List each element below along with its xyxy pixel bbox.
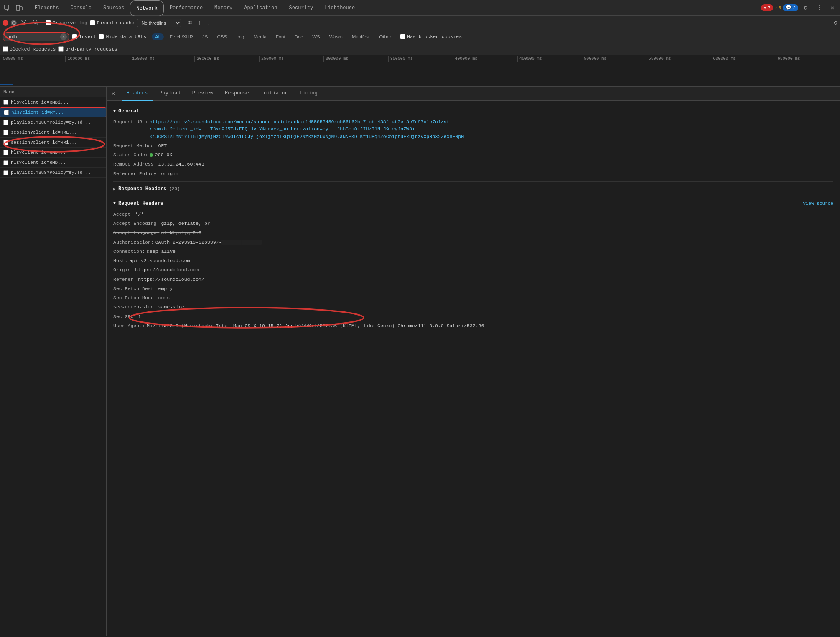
search-input[interactable] [3,32,69,41]
request-url-row: Request URL: https://api-v2.soundcloud.c… [113,118,833,140]
header-sec-fetch-mode-value: cors [158,294,170,301]
filter-btn-fetch-xhr[interactable]: Fetch/XHR [166,33,196,40]
header-accept-encoding-value: gzip, deflate, br [161,220,210,227]
filter-btn-other[interactable]: Other [376,33,395,40]
filter-btn-manifest[interactable]: Manifest [349,33,373,40]
request-checkbox-4[interactable] [3,130,8,135]
status-dot-icon [150,153,153,157]
tab-preview[interactable]: Preview [187,87,218,101]
tab-application[interactable]: Application [238,0,283,16]
list-item[interactable]: hls?client_id=RMDi... [0,97,106,107]
request-name-6: hls?client_id=RMD... [11,150,103,155]
filter-btn-css[interactable]: CSS [214,33,231,40]
header-host-value: api-v2.soundcloud.com [130,257,190,264]
tick-13: 650000 ms [776,56,840,62]
request-name-3: playlist.m3u8?Policy=eyJTd... [11,120,103,125]
throttle-select[interactable]: No throttling [137,19,181,27]
filter-icon[interactable] [19,18,28,28]
list-item[interactable]: session?client_id=RML... [0,127,106,138]
devtools-tab-bar: Elements Console Sources Network Perform… [0,0,840,16]
general-triangle-icon[interactable]: ▼ [113,109,116,114]
request-checkbox-1[interactable] [3,100,8,105]
filter-btn-font[interactable]: Font [272,33,289,40]
request-name-8: playlist.m3u8?Policy=eyJTd... [11,170,103,175]
tab-payload[interactable]: Payload [154,87,185,101]
request-checkbox-6[interactable] [3,150,8,155]
search-icon[interactable] [31,18,40,28]
request-checkbox-3[interactable] [3,120,8,125]
close-icon[interactable]: ✕ [827,2,838,14]
has-blocked-cookies-checkbox[interactable]: Has blocked cookies [400,34,462,39]
search-box: ✕ [3,32,69,41]
preserve-log-checkbox[interactable]: Preserve log [46,20,87,25]
general-section-header: ▼ General [113,108,833,114]
tab-headers[interactable]: Headers [122,87,153,101]
header-user-agent-value: Mozilla/5.0 (Macintosh; Intel Mac OS X 1… [147,322,484,329]
list-item[interactable]: playlist.m3u8?Policy=eyJTd... [0,117,106,127]
response-headers-section-title: Response Headers [118,186,166,192]
list-item[interactable]: session?client_id=RMi... [0,138,106,148]
tab-security[interactable]: Security [283,0,319,16]
tab-memory[interactable]: Memory [209,0,238,16]
upload-icon[interactable]: ↑ [196,19,203,27]
filter-btn-doc[interactable]: Doc [291,33,306,40]
response-headers-triangle-icon[interactable]: ▶ [113,186,116,191]
filter-btn-ws[interactable]: WS [309,33,323,40]
blocked-cookies-separator [397,33,397,41]
list-item[interactable]: hls?client_id=RMD... [0,148,106,158]
response-headers-section-header: ▶ Response Headers (23) [113,186,833,192]
search-clear-button[interactable]: ✕ [60,33,67,40]
details-close-button[interactable]: ✕ [110,89,117,98]
blocked-requests-checkbox[interactable]: Blocked Requests [3,46,56,52]
tab-timing[interactable]: Timing [295,87,323,101]
settings-icon[interactable]: ⚙ [800,2,812,14]
remote-address-row: Remote Address: 13.32.241.60:443 [113,161,833,168]
request-checkbox-2[interactable] [4,110,9,115]
header-accept-language-row: Accept-Language: nl-NL,nl;q=0.9 [113,229,833,236]
tick-11: 550000 ms [647,56,711,62]
third-party-checkbox[interactable]: 3rd-party requests [58,46,117,52]
device-toggle-icon[interactable] [13,2,25,14]
request-list-panel: Name hls?client_id=RMDi... hls?client_id… [0,87,107,636]
header-accept-encoding-key: Accept-Encoding: [113,220,159,227]
header-sec-fetch-dest-key: Sec-Fetch-Dest: [113,285,157,292]
request-checkbox-7[interactable] [3,160,8,165]
request-checkbox-8[interactable] [3,170,8,175]
list-item[interactable]: hls?client_id=RMD... [0,158,106,168]
inspect-icon[interactable] [2,2,13,14]
header-host-row: Host: api-v2.soundcloud.com [113,257,833,264]
remote-address-value: 13.32.241.60:443 [158,161,204,168]
tab-elements[interactable]: Elements [29,0,65,16]
hide-data-urls-checkbox[interactable]: Hide data URLs [99,34,146,39]
request-checkbox-5[interactable] [3,140,8,145]
tab-network[interactable]: Network [130,0,163,16]
tab-performance[interactable]: Performance [164,0,209,16]
invert-checkbox[interactable]: Invert [72,34,96,39]
filter-btn-img[interactable]: Img [233,33,247,40]
filter-btn-all[interactable]: All [152,33,164,40]
filter-btn-media[interactable]: Media [250,33,270,40]
tab-response[interactable]: Response [220,87,254,101]
disable-cache-checkbox[interactable]: Disable cache [90,20,135,25]
filter-btn-wasm[interactable]: Wasm [326,33,346,40]
tab-initiator[interactable]: Initiator [256,87,293,101]
details-panel: ✕ Headers Payload Preview Response Initi… [107,87,840,636]
header-sec-fetch-site-key: Sec-Fetch-Site: [113,303,157,311]
tab-sources[interactable]: Sources [97,0,130,16]
record-button[interactable] [3,20,8,26]
stop-button[interactable] [11,20,17,26]
more-icon[interactable]: ⋮ [813,2,825,14]
section-divider-2 [113,196,833,196]
request-headers-triangle-icon[interactable]: ▼ [113,201,116,206]
header-user-agent-row: User-Agent: Mozilla/5.0 (Macintosh; Inte… [113,322,833,329]
tab-lighthouse[interactable]: Lighthouse [319,0,361,16]
details-tabs: ✕ Headers Payload Preview Response Initi… [107,87,840,101]
filter-btn-js[interactable]: JS [199,33,211,40]
view-source-button[interactable]: View source [803,201,833,206]
request-name-5: session?client_id=RMi... [11,140,103,145]
list-item-selected[interactable]: hls?client_id=RM... [0,107,106,117]
tab-console[interactable]: Console [65,0,97,16]
network-settings-icon[interactable]: ⚙ [834,19,837,26]
download-icon[interactable]: ↓ [205,19,212,27]
list-item[interactable]: playlist.m3u8?Policy=eyJTd... [0,168,106,178]
